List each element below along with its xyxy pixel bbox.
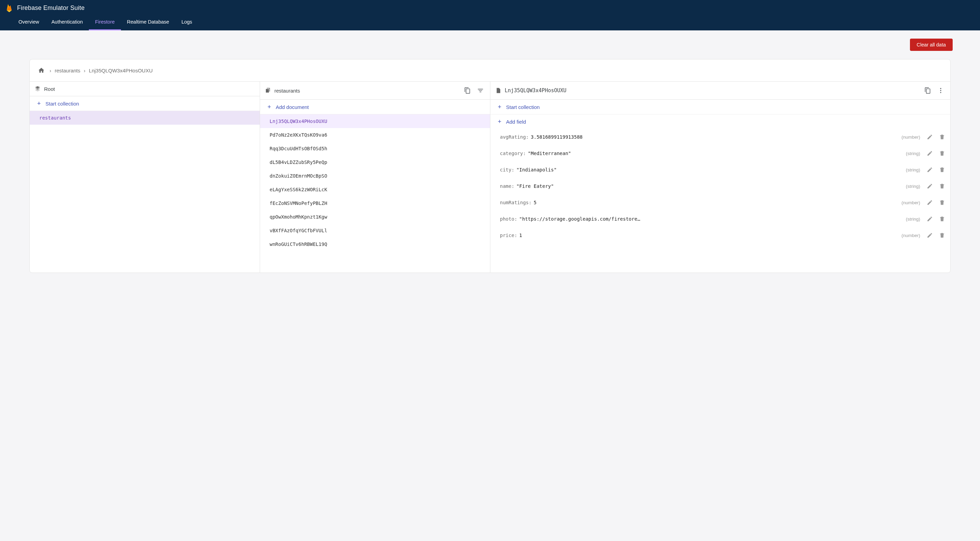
delete-icon[interactable] bbox=[937, 198, 947, 207]
delete-icon[interactable] bbox=[937, 214, 947, 224]
start-subcollection-label: Start collection bbox=[506, 104, 539, 110]
field-row: price: 1(number) bbox=[490, 227, 950, 244]
edit-icon[interactable] bbox=[925, 181, 935, 191]
fields-list: avgRating: 3.5816899119913588(number)cat… bbox=[490, 129, 950, 244]
add-field-label: Add field bbox=[506, 119, 526, 125]
add-document-button[interactable]: + Add document bbox=[260, 100, 490, 114]
field-type: (string) bbox=[906, 184, 920, 189]
svg-point-2 bbox=[940, 92, 941, 93]
copy-icon[interactable] bbox=[463, 86, 472, 95]
field-value: "Fire Eatery" bbox=[516, 183, 554, 189]
document-row[interactable]: Rqq3DcuUdHTsOBfOSd5h bbox=[260, 142, 490, 155]
plus-icon: + bbox=[496, 119, 503, 125]
more-icon[interactable] bbox=[936, 86, 945, 95]
document-title: Lnj35QLQW3x4PHosOUXU bbox=[505, 87, 920, 94]
field-value: "https://storage.googleapis.com/firestor… bbox=[519, 216, 643, 222]
edit-icon[interactable] bbox=[925, 230, 935, 240]
field-type: (string) bbox=[906, 217, 920, 222]
start-collection-button[interactable]: + Start collection bbox=[30, 96, 260, 111]
delete-icon[interactable] bbox=[937, 165, 947, 175]
firestore-panel: › restaurants › Lnj35QLQW3x4PHosOUXU Roo… bbox=[29, 59, 951, 273]
document-row[interactable]: dnZokuiZOEmrnMOcBpSO bbox=[260, 169, 490, 183]
delete-icon[interactable] bbox=[937, 181, 947, 191]
action-bar: Clear all data bbox=[0, 30, 980, 55]
field-key: price: bbox=[500, 233, 517, 238]
collection-row[interactable]: restaurants bbox=[30, 111, 260, 125]
svg-point-0 bbox=[940, 88, 941, 89]
app-header: Firebase Emulator Suite OverviewAuthenti… bbox=[0, 0, 980, 30]
collections-list: restaurants bbox=[30, 111, 260, 125]
field-row: photo: "https://storage.googleapis.com/f… bbox=[490, 211, 950, 227]
tab-authentication[interactable]: Authentication bbox=[45, 14, 89, 30]
delete-icon[interactable] bbox=[937, 230, 947, 240]
breadcrumb-collection[interactable]: restaurants bbox=[55, 68, 80, 73]
field-key: avgRating: bbox=[500, 134, 528, 140]
field-value: 3.5816899119913588 bbox=[531, 134, 582, 140]
document-row[interactable]: qpOwXmohoMhKpnzt1Kgw bbox=[260, 210, 490, 224]
field-type: (string) bbox=[906, 167, 920, 173]
add-field-button[interactable]: + Add field bbox=[490, 114, 950, 129]
document-row[interactable]: wnRoGUiCTv6hRBWEL19Q bbox=[260, 237, 490, 251]
add-document-label: Add document bbox=[276, 104, 309, 110]
document-icon bbox=[495, 87, 501, 94]
app-title: Firebase Emulator Suite bbox=[17, 5, 85, 12]
field-key: name: bbox=[500, 183, 514, 189]
field-type: (number) bbox=[901, 233, 920, 238]
field-key: photo: bbox=[500, 216, 517, 222]
field-row: numRatings: 5(number) bbox=[490, 194, 950, 211]
nav-tabs: OverviewAuthenticationFirestoreRealtime … bbox=[0, 14, 980, 30]
edit-icon[interactable] bbox=[925, 198, 935, 207]
start-subcollection-button[interactable]: + Start collection bbox=[490, 100, 950, 114]
copy-icon[interactable] bbox=[923, 86, 932, 95]
field-value: 5 bbox=[534, 200, 536, 205]
filter-icon[interactable] bbox=[476, 86, 485, 95]
clear-all-data-button[interactable]: Clear all data bbox=[910, 39, 953, 51]
document-row[interactable]: Lnj35QLQW3x4PHosOUXU bbox=[260, 114, 490, 128]
chevron-right-icon: › bbox=[49, 68, 51, 73]
edit-icon[interactable] bbox=[925, 165, 935, 175]
field-row: category: "Mediterranean"(string) bbox=[490, 145, 950, 162]
plus-icon: + bbox=[266, 104, 272, 110]
home-icon[interactable] bbox=[37, 65, 46, 75]
field-type: (number) bbox=[901, 200, 920, 205]
plus-icon: + bbox=[496, 104, 503, 110]
field-type: (number) bbox=[901, 135, 920, 140]
start-collection-label: Start collection bbox=[45, 101, 79, 106]
field-value: "Indianapolis" bbox=[516, 167, 557, 173]
document-row[interactable]: vBXfFAzOfqYGCfbFVULl bbox=[260, 224, 490, 237]
field-key: category: bbox=[500, 151, 526, 156]
edit-icon[interactable] bbox=[925, 149, 935, 158]
plus-icon: + bbox=[36, 100, 42, 106]
document-row[interactable]: Pd7oNz2eXKxTQsKO9va6 bbox=[260, 128, 490, 142]
delete-icon[interactable] bbox=[937, 149, 947, 158]
tab-realtime-database[interactable]: Realtime Database bbox=[121, 14, 175, 30]
field-row: avgRating: 3.5816899119913588(number) bbox=[490, 129, 950, 145]
delete-icon[interactable] bbox=[937, 132, 947, 142]
document-row[interactable]: eLAgYxeSS6k2zWORiLcK bbox=[260, 183, 490, 197]
fields-column: Lnj35QLQW3x4PHosOUXU + Start collection … bbox=[490, 82, 950, 273]
breadcrumb: › restaurants › Lnj35QLQW3x4PHosOUXU bbox=[30, 59, 950, 81]
tab-firestore[interactable]: Firestore bbox=[89, 14, 121, 30]
documents-column: restaurants + Add document Lnj35QLQW3x4P… bbox=[260, 82, 490, 273]
document-row[interactable]: dL5B4vLDZZubSRy5PeQp bbox=[260, 155, 490, 169]
svg-point-1 bbox=[940, 90, 941, 91]
edit-icon[interactable] bbox=[925, 132, 935, 142]
firebase-logo-icon bbox=[5, 3, 13, 12]
field-row: name: "Fire Eatery"(string) bbox=[490, 178, 950, 194]
chevron-right-icon: › bbox=[84, 68, 86, 73]
collection-title: restaurants bbox=[274, 88, 459, 94]
field-type: (string) bbox=[906, 151, 920, 156]
collections-column: Root + Start collection restaurants bbox=[30, 82, 260, 273]
breadcrumb-document[interactable]: Lnj35QLQW3x4PHosOUXU bbox=[89, 68, 153, 73]
database-icon bbox=[35, 86, 41, 92]
root-label: Root bbox=[44, 86, 255, 92]
field-key: city: bbox=[500, 167, 514, 173]
documents-list: Lnj35QLQW3x4PHosOUXUPd7oNz2eXKxTQsKO9va6… bbox=[260, 114, 490, 251]
field-value: 1 bbox=[519, 233, 522, 238]
document-row[interactable]: fEcZoNSVMNoPefyPBLZH bbox=[260, 197, 490, 210]
edit-icon[interactable] bbox=[925, 214, 935, 224]
field-value: "Mediterranean" bbox=[528, 151, 571, 156]
tab-overview[interactable]: Overview bbox=[12, 14, 45, 30]
field-row: city: "Indianapolis"(string) bbox=[490, 162, 950, 178]
tab-logs[interactable]: Logs bbox=[175, 14, 198, 30]
